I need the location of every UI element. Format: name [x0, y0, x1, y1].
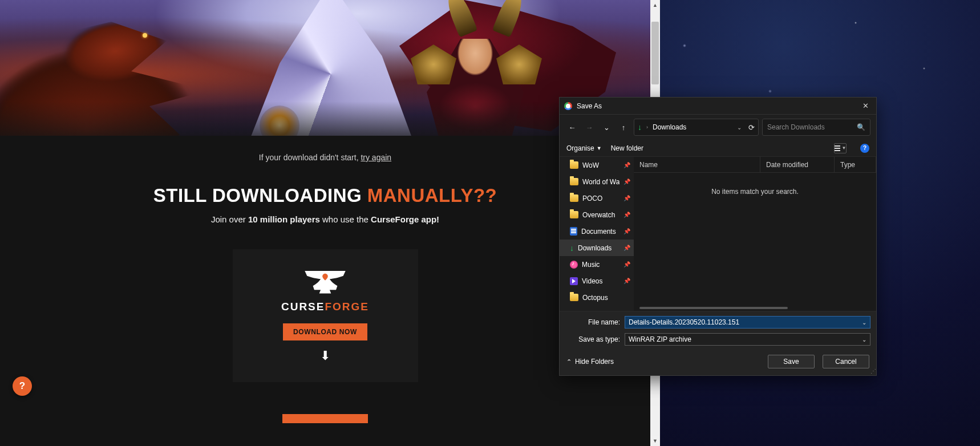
navigation-pane: WoW📌World of War📌POCO📌Overwatch📌Document… — [560, 157, 634, 311]
nav-item-label: Overwatch — [582, 211, 619, 219]
logo-word-curse: CURSE — [281, 301, 325, 313]
sub-bold1: 10 million players — [248, 214, 320, 224]
file-list-pane: Name Date modified Type No items match y… — [634, 157, 876, 311]
file-fields: File name: Details-Details.20230520.1102… — [560, 311, 876, 348]
dialog-title: Save As — [577, 102, 859, 110]
nav-recent-button[interactable]: ⌄ — [600, 120, 613, 134]
organise-caret-icon: ▼ — [597, 145, 602, 151]
download-message-text: If your download didn't start, — [259, 153, 361, 162]
saveastype-dropdown-icon[interactable]: ⌄ — [862, 336, 866, 343]
nav-item-label: Downloads — [578, 244, 619, 252]
download-folder-icon: ↓ — [638, 123, 642, 132]
new-folder-button[interactable]: New folder — [611, 144, 643, 152]
dialog-nav-row: ← → ⌄ ↑ ↓ › Downloads ⌄ ⟳ Search Downloa… — [560, 115, 876, 140]
column-type[interactable]: Type — [835, 157, 876, 172]
column-headers: Name Date modified Type — [634, 157, 876, 173]
nav-item-music[interactable]: Music📌 — [560, 256, 634, 273]
nav-item-octopus[interactable]: Octopus — [560, 289, 634, 306]
scrollbar-down-arrow[interactable]: ▼ — [650, 436, 660, 446]
headline: STILL DOWNLOADING MANUALLY?? — [0, 185, 650, 206]
nav-item-label: WoW — [582, 161, 619, 169]
sub-prefix: Join over — [211, 214, 248, 224]
nav-item-videos[interactable]: Videos📌 — [560, 273, 634, 289]
dialog-titlebar[interactable]: Save As ✕ — [560, 98, 876, 115]
filename-dropdown-icon[interactable]: ⌄ — [862, 319, 866, 326]
hero-banner — [0, 0, 650, 136]
scrollbar-thumb[interactable] — [651, 22, 659, 84]
nav-item-overwatch[interactable]: Overwatch📌 — [560, 206, 634, 223]
search-input[interactable]: Search Downloads 🔍 — [762, 119, 870, 136]
save-button[interactable]: Save — [768, 355, 815, 368]
headline-part2: MANUALLY?? — [367, 185, 497, 206]
organise-label: Organise — [566, 144, 594, 152]
organise-menu[interactable]: Organise ▼ — [566, 144, 602, 152]
search-icon: 🔍 — [857, 123, 865, 131]
folder-icon — [570, 194, 578, 202]
video-icon — [570, 277, 578, 285]
horizontal-scrollbar[interactable] — [634, 304, 876, 311]
nav-item-downloads[interactable]: ↓Downloads📌 — [560, 240, 634, 256]
address-bar[interactable]: ↓ › Downloads ⌄ ⟳ — [634, 119, 759, 136]
empty-list-message: No items match your search. — [634, 173, 876, 196]
nav-forward-button[interactable]: → — [582, 120, 596, 134]
logo-word-forge: FORGE — [325, 301, 369, 313]
document-icon — [570, 227, 577, 236]
help-bubble-button[interactable]: ? — [13, 376, 32, 396]
hide-folders-toggle[interactable]: ⌃ Hide Folders — [566, 358, 614, 366]
sub-mid: who use the — [320, 214, 371, 224]
nav-item-wow[interactable]: WoW📌 — [560, 157, 634, 173]
nav-back-button[interactable]: ← — [565, 120, 579, 134]
folder-icon — [570, 178, 578, 185]
dialog-body: WoW📌World of War📌POCO📌Overwatch📌Document… — [560, 157, 876, 311]
nav-item-label: Videos — [582, 277, 619, 285]
filename-value: Details-Details.20230520.11023.151 — [629, 318, 739, 326]
breadcrumb-chevron-icon: › — [646, 124, 648, 130]
nav-item-label: Music — [582, 261, 619, 269]
download-now-button[interactable]: DOWNLOAD NOW — [283, 323, 367, 340]
glow-orb — [260, 106, 299, 136]
nav-item-label: POCO — [582, 194, 619, 202]
try-again-link[interactable]: try again — [361, 153, 391, 162]
download-icon: ↓ — [570, 244, 574, 252]
dragon-illustration — [0, 5, 249, 136]
resize-grip[interactable]: ⋰ — [870, 368, 875, 374]
nav-item-world-of-war[interactable]: World of War📌 — [560, 173, 634, 190]
promo-card: CURSEFORGE DOWNLOAD NOW ⬇ — [233, 249, 418, 382]
dragon-eye — [143, 33, 147, 38]
dialog-footer: ⌃ Hide Folders Save Cancel ⋰ — [560, 348, 876, 375]
address-dropdown-icon[interactable]: ⌄ — [737, 124, 742, 131]
download-message: If your download didn't start, try again — [0, 153, 650, 162]
folder-icon — [570, 161, 578, 169]
download-arrow-icon: ⬇ — [320, 348, 330, 363]
pin-icon: 📌 — [623, 162, 630, 168]
nav-item-label: World of War — [582, 178, 619, 186]
dialog-toolbar: Organise ▼ New folder ▼ ? — [560, 140, 876, 157]
column-date[interactable]: Date modified — [760, 157, 835, 172]
nav-up-button[interactable]: ↑ — [617, 120, 630, 134]
pin-icon: 📌 — [623, 212, 630, 218]
filename-input[interactable]: Details-Details.20230520.11023.151 ⌄ — [625, 316, 870, 329]
dialog-help-button[interactable]: ? — [860, 144, 869, 153]
search-placeholder: Search Downloads — [767, 123, 825, 131]
sub-bold2: CurseForge app! — [371, 214, 439, 224]
nav-item-documents[interactable]: Documents📌 — [560, 223, 634, 240]
page-content: If your download didn't start, try again… — [0, 136, 650, 423]
column-name[interactable]: Name — [634, 157, 760, 172]
scrollbar-up-arrow[interactable]: ▲ — [650, 0, 660, 10]
nav-item-poco[interactable]: POCO📌 — [560, 190, 634, 206]
nav-item-label: Octopus — [582, 294, 630, 302]
cancel-button[interactable]: Cancel — [823, 355, 869, 368]
close-button[interactable]: ✕ — [859, 102, 872, 110]
secondary-download-button[interactable] — [282, 414, 368, 423]
chevron-up-icon: ⌃ — [566, 358, 572, 366]
view-options-button[interactable]: ▼ — [834, 143, 847, 153]
page-viewport: If your download didn't start, try again… — [0, 0, 650, 446]
curseforge-logo: CURSEFORGE — [281, 269, 369, 313]
pin-icon: 📌 — [623, 261, 630, 267]
address-location: Downloads — [653, 123, 732, 131]
saveastype-label: Save as type: — [565, 335, 620, 343]
refresh-button[interactable]: ⟳ — [748, 123, 755, 132]
headline-part1: STILL DOWNLOADING — [153, 185, 367, 206]
curseforge-wordmark: CURSEFORGE — [281, 301, 369, 313]
saveastype-select[interactable]: WinRAR ZIP archive ⌄ — [625, 333, 870, 346]
